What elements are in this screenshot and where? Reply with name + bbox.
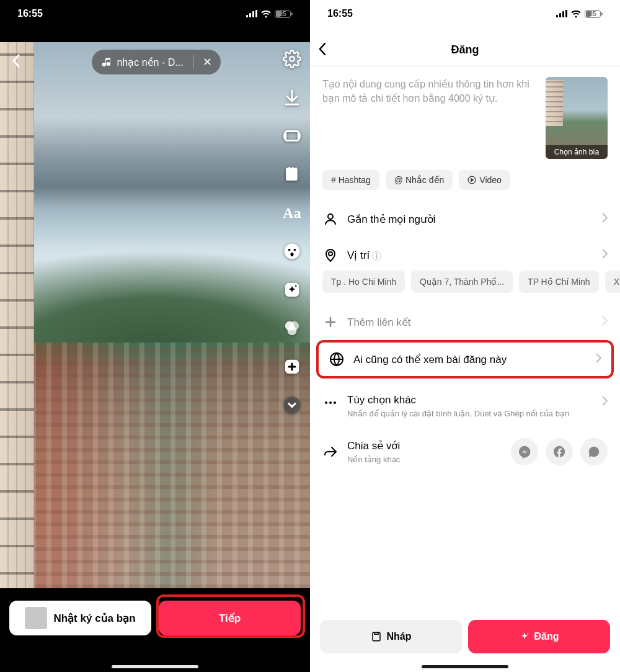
stickers-icon[interactable] — [281, 164, 303, 185]
svg-rect-1 — [249, 13, 251, 17]
tag-people-row[interactable]: Gắn thẻ mọi người — [310, 201, 620, 237]
draft-button[interactable]: Nháp — [320, 620, 462, 653]
face-icon[interactable] — [281, 241, 303, 262]
cover-selector[interactable]: Chọn ảnh bìa — [546, 77, 608, 159]
add-icon[interactable] — [281, 356, 303, 377]
sparkle-icon[interactable] — [281, 279, 303, 300]
post-screen: 16:55 35 Đăng Tạo nội dung cung cấp nhiề… — [310, 0, 620, 672]
svg-point-9 — [294, 249, 296, 251]
video-preview[interactable] — [0, 42, 310, 588]
svg-point-10 — [291, 253, 294, 256]
your-story-button[interactable]: Nhật ký của bạn — [9, 601, 151, 635]
chat-icon[interactable] — [580, 438, 608, 465]
music-label: nhạc nền - D... — [117, 56, 183, 68]
svg-rect-0 — [246, 15, 248, 17]
music-pill[interactable]: nhạc nền - D... ✕ — [92, 50, 220, 74]
status-time: 16:55 — [327, 8, 353, 19]
share-arrow-icon — [322, 444, 339, 460]
status-icons: 35 — [246, 10, 293, 18]
post-button[interactable]: Đăng — [468, 620, 610, 653]
music-close-button[interactable]: ✕ — [194, 55, 221, 69]
bottom-actions: Nháp Đăng — [310, 611, 620, 672]
svg-point-23 — [328, 214, 333, 219]
svg-rect-3 — [255, 10, 257, 17]
chevron-right-icon — [602, 249, 608, 261]
mention-chip[interactable]: @ Nhắc đến — [386, 170, 453, 190]
plus-icon — [322, 314, 339, 330]
loc-chip[interactable]: Quận 7, Thành Phố... — [411, 271, 513, 293]
svg-point-28 — [334, 401, 336, 404]
loc-chip[interactable]: TP Hồ Chí Minh — [519, 271, 599, 293]
play-circle-icon — [467, 176, 476, 184]
chevron-right-icon — [602, 396, 608, 408]
svg-rect-21 — [565, 10, 567, 17]
preview-building — [0, 42, 34, 588]
cellular-icon — [556, 10, 567, 17]
wifi-icon — [260, 10, 272, 18]
location-row[interactable]: Vị tríi — [310, 237, 620, 268]
svg-rect-20 — [562, 11, 564, 17]
more-icon — [322, 395, 339, 411]
location-pin-icon — [322, 247, 339, 263]
add-link-row[interactable]: Thêm liên kết — [310, 304, 620, 340]
home-indicator[interactable] — [422, 665, 508, 668]
svg-point-26 — [325, 401, 327, 404]
svg-rect-18 — [556, 15, 558, 17]
svg-point-15 — [288, 326, 297, 335]
location-suggestions: Tp . Ho Chi Minh Quận 7, Thành Phố... TP… — [310, 268, 620, 304]
battery-icon: 35 — [275, 10, 293, 18]
svg-point-7 — [285, 244, 300, 259]
side-toolbar: Aa — [281, 48, 303, 416]
home-indicator[interactable] — [112, 665, 198, 668]
svg-point-12 — [295, 285, 297, 287]
caption-input[interactable]: Tạo nội dung cung cấp nhiều thông tin hơ… — [322, 77, 537, 159]
chevron-down-icon[interactable] — [281, 395, 303, 416]
svg-point-27 — [329, 401, 332, 404]
info-icon: i — [372, 251, 381, 261]
battery-icon: 35 — [585, 10, 603, 18]
facebook-icon[interactable] — [546, 438, 573, 465]
text-icon[interactable]: Aa — [281, 202, 303, 223]
video-chip[interactable]: Video — [459, 170, 510, 190]
filters-icon[interactable] — [281, 318, 303, 339]
frame-icon[interactable] — [281, 125, 303, 146]
back-button[interactable] — [9, 50, 23, 74]
svg-rect-19 — [559, 13, 561, 17]
privacy-row[interactable]: Ai cũng có thể xem bài đăng này — [316, 341, 614, 377]
chevron-right-icon — [596, 353, 601, 365]
person-icon — [322, 211, 339, 227]
wifi-icon — [570, 10, 582, 18]
status-bar: 16:55 35 — [0, 0, 310, 27]
loc-chip[interactable]: Xu H — [605, 271, 620, 293]
next-button[interactable]: Tiếp — [159, 601, 301, 635]
svg-point-8 — [288, 249, 291, 251]
hashtag-chip[interactable]: # Hashtag — [322, 170, 379, 190]
sparkle-icon — [520, 632, 529, 642]
back-button[interactable] — [319, 42, 327, 58]
page-title: Đăng — [451, 43, 479, 56]
music-note-icon — [102, 57, 112, 67]
svg-rect-2 — [252, 11, 254, 17]
svg-point-24 — [329, 252, 332, 256]
more-options-row[interactable]: Tùy chọn khác Nhấn để quản lý cài đặt bì… — [310, 380, 620, 428]
editor-screen: 16:55 35 nhạc nền - D... ✕ — [0, 0, 310, 672]
svg-rect-5 — [285, 132, 299, 141]
svg-rect-29 — [373, 632, 380, 641]
status-icons: 35 — [556, 10, 603, 18]
story-thumb — [25, 607, 47, 629]
share-row: Chia sẻ với Nền tảng khác — [310, 428, 620, 465]
chevron-right-icon — [602, 213, 608, 225]
status-bar: 16:55 35 — [310, 0, 620, 27]
loc-chip[interactable]: Tp . Ho Chi Minh — [322, 271, 405, 293]
download-icon[interactable] — [281, 87, 303, 108]
compose-area: Tạo nội dung cung cấp nhiều thông tin hơ… — [310, 67, 620, 170]
story-label: Nhật ký của bạn — [53, 612, 135, 625]
messenger-icon[interactable] — [511, 438, 538, 465]
page-header: Đăng — [310, 34, 620, 67]
cellular-icon — [246, 10, 257, 17]
cover-label: Chọn ảnh bìa — [546, 145, 608, 159]
settings-icon[interactable] — [281, 48, 303, 69]
globe-icon — [329, 351, 345, 367]
suggestion-chips: # Hashtag @ Nhắc đến Video — [310, 170, 620, 201]
svg-point-4 — [290, 56, 294, 61]
